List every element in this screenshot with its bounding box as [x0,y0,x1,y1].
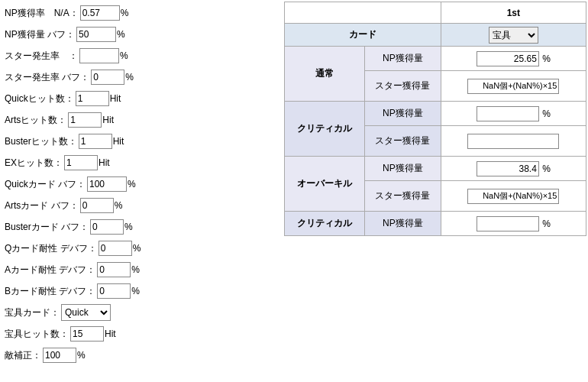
main-container: NP獲得率 N/A： % NP獲得量 バフ： % スター発生率 ： % スター発… [0,0,588,382]
row-arts-hit: Artsヒット数： Hit [5,110,278,130]
critical-np-input[interactable] [477,106,539,121]
label-buster-card-buf: Busterカード バフ： [5,221,89,234]
normal-np-cell: % [441,47,586,71]
row-np-buf: NP獲得量 バフ： % [5,24,278,44]
input-q-resist[interactable] [99,241,132,256]
row-np-hit: 宝具ヒット数： Hit [5,324,278,344]
input-np-buf[interactable] [76,27,116,42]
critical-np-row: クリティカル NP獲得量 % [285,102,586,126]
critical-np-label: NP獲得量 [364,102,441,126]
calc-table: 1st カード Quick Arts Buster 宝具 EX 通常 [284,2,586,236]
row-quick-hit: Quickヒット数： Hit [5,89,278,108]
normal-star-input[interactable] [467,79,559,94]
input-star-buf[interactable] [91,70,124,85]
label-buster-hit: Busterヒット数： [5,135,77,148]
input-star-rate[interactable] [79,48,119,63]
row-ex-hit: EXヒット数： Hit [5,153,278,173]
label-arts-card-buf: Artsカード バフ： [5,199,79,212]
row-q-resist: Qカード耐性 デバフ： % [5,238,278,258]
normal-np-unit: % [542,53,551,64]
crit-overkill-np-cell: % [441,212,586,236]
row-np-rate: NP獲得率 N/A： % [5,3,278,23]
normal-np-label: NP獲得量 [364,47,441,71]
label-b-resist: Bカード耐性 デバフ： [5,285,95,298]
unit-quick-card-buf: % [128,179,136,189]
input-np-rate[interactable] [80,5,120,21]
normal-np-input[interactable] [477,51,539,66]
overkill-np-cell: % [441,157,586,181]
row-star-rate: スター発生率 ： % [5,46,278,66]
unit-buster-card-buf: % [124,222,133,232]
input-enemy-correct[interactable] [43,348,76,363]
unit-np-hit: Hit [105,329,116,339]
row-star-buf: スター発生率 バフ： % [5,67,278,87]
overkill-star-input[interactable] [467,189,559,204]
row-quick-card-buf: Quickカード バフ： % [5,174,278,194]
label-star-rate: スター発生率 ： [5,50,78,63]
row-buster-card-buf: Busterカード バフ： % [5,217,278,237]
label-enemy-correct: 敵補正： [5,349,41,362]
card-select-cell: Quick Arts Buster 宝具 EX [441,24,586,47]
input-ex-hit[interactable] [64,155,98,170]
unit-enemy-correct: % [77,350,86,361]
unit-star-buf: % [125,72,134,83]
unit-star-rate: % [120,50,128,61]
label-quick-card-buf: Quickカード バフ： [5,178,86,191]
label-ex-hit: EXヒット数： [5,157,63,170]
label-np-hit: 宝具ヒット数： [5,328,69,341]
input-quick-hit[interactable] [76,91,109,106]
input-arts-hit[interactable] [68,112,102,128]
row-b-resist: Bカード耐性 デバフ： % [5,281,278,301]
normal-star-cell [441,71,586,102]
critical-star-label: スター獲得量 [364,126,441,157]
unit-b-resist: % [131,286,140,296]
crit-overkill-np-unit: % [542,219,551,229]
label-np-rate: NP獲得率 N/A： [5,7,79,20]
input-b-resist[interactable] [97,283,131,299]
critical-np-cell: % [441,102,586,126]
normal-label: 通常 [285,47,365,102]
critical-np-unit: % [542,108,551,119]
card-select[interactable]: Quick Arts Buster 宝具 EX [489,27,538,44]
label-q-resist: Qカード耐性 デバフ： [5,242,97,255]
label-arts-hit: Artsヒット数： [5,114,66,127]
input-arts-card-buf[interactable] [80,198,114,213]
select-np-card[interactable]: Quick Arts Buster [61,304,111,321]
label-star-buf: スター発生率 バフ： [5,71,89,84]
unit-a-resist: % [131,264,140,275]
label-np-buf: NP獲得量 バフ： [5,28,75,41]
input-buster-hit[interactable] [79,134,112,149]
input-np-hit[interactable] [70,326,104,342]
normal-star-label: スター獲得量 [364,71,441,102]
input-quick-card-buf[interactable] [87,176,127,192]
unit-arts-card-buf: % [115,200,123,211]
unit-np-rate: % [121,8,129,18]
unit-ex-hit: Hit [99,157,110,168]
unit-quick-hit: Hit [110,93,121,104]
row-enemy-correct: 敵補正： % [5,345,278,365]
crit-overkill-np-row: クリティカル NP獲得量 % [285,212,586,236]
label-a-resist: Aカード耐性 デバフ： [5,264,95,277]
overkill-np-input[interactable] [477,161,539,176]
overkill-star-label: スター獲得量 [364,181,441,212]
header-slot: 1st [441,2,586,24]
input-buster-card-buf[interactable] [90,219,124,235]
critical-label: クリティカル [285,102,365,157]
critical-star-input[interactable] [467,134,559,149]
crit-overkill-np-label: NP獲得量 [364,212,441,236]
label-np-card: 宝具カード： [5,306,60,319]
crit-overkill-np-input[interactable] [477,216,539,231]
overkill-np-unit: % [542,163,551,174]
overkill-np-row: オーバーキル NP獲得量 % [285,157,586,181]
row-a-resist: Aカード耐性 デバフ： % [5,260,278,280]
card-label: カード [285,24,441,47]
label-quick-hit: Quickヒット数： [5,92,74,105]
overkill-np-label: NP獲得量 [364,157,441,181]
unit-arts-hit: Hit [102,115,114,125]
input-a-resist[interactable] [97,262,131,277]
row-np-card: 宝具カード： Quick Arts Buster [5,303,278,322]
left-panel: NP獲得率 N/A： % NP獲得量 バフ： % スター発生率 ： % スター発… [0,0,283,382]
overkill-star-cell [441,181,586,212]
crit-overkill-label: クリティカル [285,212,365,236]
row-buster-hit: Busterヒット数： Hit [5,131,278,151]
